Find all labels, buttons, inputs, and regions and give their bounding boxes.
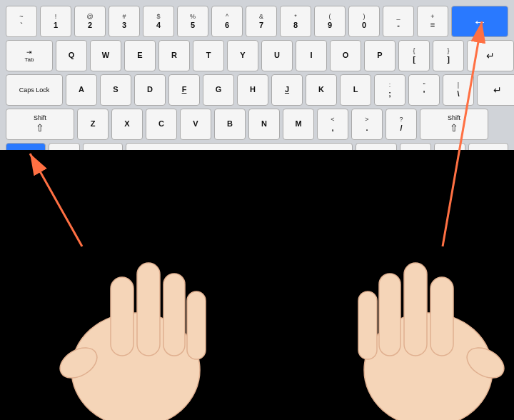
svg-rect-4 <box>163 274 185 356</box>
key-v[interactable]: V <box>180 109 211 140</box>
key-2[interactable]: @2 <box>74 6 106 37</box>
key-r[interactable]: R <box>158 40 190 71</box>
key-i[interactable]: I <box>296 40 327 71</box>
key-m[interactable]: M <box>283 109 314 140</box>
key-backslash-enter-top[interactable]: ↵ <box>467 40 514 71</box>
hands-area <box>0 150 514 420</box>
key-8[interactable]: *8 <box>280 6 311 37</box>
svg-rect-2 <box>111 277 133 356</box>
key-p[interactable]: P <box>364 40 395 71</box>
qwerty-row: ⇥Tab Q W E R T Y U I O P {[ }] ↵ <box>6 40 508 71</box>
key-quote[interactable]: "' <box>408 74 440 106</box>
svg-rect-11 <box>358 291 377 359</box>
key-7[interactable]: &7 <box>246 6 277 37</box>
key-0[interactable]: )0 <box>348 6 380 37</box>
key-y[interactable]: Y <box>227 40 258 71</box>
key-6[interactable]: ^6 <box>211 6 243 37</box>
asdf-row: Caps Lock A S D F G H J K L :; "' |\ ↵ <box>6 74 508 106</box>
svg-rect-3 <box>137 263 160 356</box>
svg-rect-9 <box>404 263 427 356</box>
svg-rect-5 <box>187 291 206 359</box>
key-b[interactable]: B <box>214 109 246 140</box>
key-3[interactable]: #3 <box>109 6 140 37</box>
key-lbracket[interactable]: {[ <box>398 40 430 71</box>
number-row: ~` !1 @2 #3 $4 %5 ^6 &7 *8 (9 )0 _- += ← <box>6 6 508 37</box>
hands-illustration <box>0 150 514 420</box>
key-f[interactable]: F <box>168 74 200 106</box>
key-shift-right[interactable]: Shift ⇧ <box>420 109 488 140</box>
key-enter[interactable]: ↵ <box>477 74 514 106</box>
key-j[interactable]: J <box>271 74 303 106</box>
key-s[interactable]: S <box>100 74 131 106</box>
key-4[interactable]: $4 <box>143 6 174 37</box>
key-minus[interactable]: _- <box>383 6 414 37</box>
key-semicolon[interactable]: :; <box>374 74 405 106</box>
key-5[interactable]: %5 <box>177 6 208 37</box>
key-a[interactable]: A <box>66 74 97 106</box>
key-c[interactable]: C <box>146 109 177 140</box>
key-u[interactable]: U <box>261 40 293 71</box>
key-shift-left[interactable]: Shift ⇧ <box>6 109 74 140</box>
key-z[interactable]: Z <box>77 109 109 140</box>
key-l[interactable]: L <box>340 74 371 106</box>
key-e[interactable]: E <box>124 40 156 71</box>
svg-rect-10 <box>379 274 400 356</box>
svg-rect-8 <box>430 277 453 356</box>
key-t[interactable]: T <box>193 40 224 71</box>
key-capslock[interactable]: Caps Lock <box>6 74 63 106</box>
key-grave[interactable]: ~` <box>6 6 37 37</box>
key-rbracket[interactable]: }] <box>433 40 464 71</box>
key-period[interactable]: >. <box>351 109 383 140</box>
key-k[interactable]: K <box>306 74 337 106</box>
key-q[interactable]: Q <box>56 40 87 71</box>
key-1[interactable]: !1 <box>40 6 71 37</box>
key-backslash[interactable]: |\ <box>443 74 474 106</box>
key-equal[interactable]: += <box>417 6 448 37</box>
key-comma[interactable]: <, <box>317 109 348 140</box>
key-d[interactable]: D <box>134 74 166 106</box>
key-n[interactable]: N <box>248 109 280 140</box>
key-slash[interactable]: ?/ <box>386 109 417 140</box>
key-h[interactable]: H <box>237 74 268 106</box>
key-tab[interactable]: ⇥Tab <box>6 40 53 71</box>
key-o[interactable]: O <box>330 40 361 71</box>
key-9[interactable]: (9 <box>314 6 346 37</box>
key-x[interactable]: X <box>111 109 143 140</box>
key-g[interactable]: G <box>203 74 234 106</box>
key-backspace[interactable]: ← <box>451 6 508 37</box>
zxcv-row: Shift ⇧ Z X C V B N M <, >. ?/ Shift ⇧ <box>6 109 508 140</box>
key-w[interactable]: W <box>90 40 121 71</box>
